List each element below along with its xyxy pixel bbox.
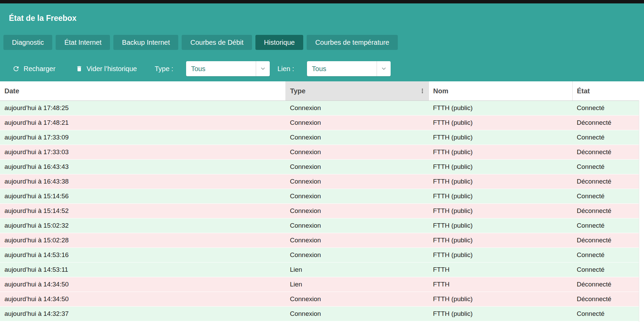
cell-nom: FTTH (public) xyxy=(429,218,572,233)
cell-nom: FTTH (public) xyxy=(429,307,572,321)
cell-etat: Déconnecté xyxy=(572,233,644,248)
cell-type: Connexion xyxy=(285,204,429,218)
table-row[interactable]: aujourd’hui à 15:14:56 Connexion FTTH (p… xyxy=(0,189,644,204)
cell-type: Connexion xyxy=(285,218,429,233)
tab-backup-internet[interactable]: Backup Internet xyxy=(113,35,178,50)
page-header: État de la Freebox Diagnostic État Inter… xyxy=(0,3,644,81)
cell-etat: Déconnecté xyxy=(572,204,644,218)
table-row[interactable]: aujourd’hui à 14:53:11 Lien FTTH Connect… xyxy=(0,263,644,277)
tab-diagnostic[interactable]: Diagnostic xyxy=(3,35,52,50)
type-filter-select[interactable]: Tous xyxy=(186,61,270,76)
cell-etat: Déconnecté xyxy=(572,292,644,307)
cell-date: aujourd’hui à 15:02:32 xyxy=(0,218,285,233)
cell-nom: FTTH (public) xyxy=(429,189,572,204)
reload-button[interactable]: Recharger xyxy=(12,65,55,73)
clear-history-button[interactable]: Vider l’historique xyxy=(76,65,137,73)
cell-type: Connexion xyxy=(285,174,429,189)
tab-etat-internet[interactable]: État Internet xyxy=(56,35,110,50)
cell-date: aujourd’hui à 14:34:50 xyxy=(0,292,285,307)
history-toolbar: Recharger Vider l’historique Type : Tous… xyxy=(12,61,644,76)
cell-date: aujourd’hui à 17:33:03 xyxy=(0,145,285,160)
type-filter-selected-value: Tous xyxy=(186,61,256,76)
cell-etat: Déconnecté xyxy=(572,277,644,292)
cell-nom: FTTH (public) xyxy=(429,174,572,189)
cell-date: aujourd’hui à 14:34:50 xyxy=(0,277,285,292)
cell-date: aujourd’hui à 16:43:38 xyxy=(0,174,285,189)
column-header-date[interactable]: Date xyxy=(0,81,285,101)
cell-etat: Connecté xyxy=(572,263,644,277)
table-row[interactable]: aujourd’hui à 15:14:52 Connexion FTTH (p… xyxy=(0,204,644,218)
window-top-bar xyxy=(0,0,644,3)
cell-date: aujourd’hui à 17:48:25 xyxy=(0,101,285,116)
cell-type: Connexion xyxy=(285,292,429,307)
cell-date: aujourd’hui à 16:43:43 xyxy=(0,160,285,174)
cell-nom: FTTH xyxy=(429,263,572,277)
cell-date: aujourd’hui à 17:33:09 xyxy=(0,130,285,145)
cell-nom: FTTH (public) xyxy=(429,130,572,145)
tab-courbes-debit[interactable]: Courbes de Débit xyxy=(182,35,252,50)
tab-courbes-temperature[interactable]: Courbes de température xyxy=(307,35,398,50)
cell-type: Connexion xyxy=(285,248,429,263)
cell-etat: Connecté xyxy=(572,160,644,174)
chevron-down-icon xyxy=(256,61,270,76)
cell-nom: FTTH (public) xyxy=(429,160,572,174)
table-row[interactable]: aujourd’hui à 15:02:28 Connexion FTTH (p… xyxy=(0,233,644,248)
type-filter-label: Type : xyxy=(155,65,173,73)
table-row[interactable]: aujourd’hui à 17:33:03 Connexion FTTH (p… xyxy=(0,145,644,160)
cell-etat: Connecté xyxy=(572,189,644,204)
tab-bar: Diagnostic État Internet Backup Internet… xyxy=(3,35,644,50)
link-filter-select[interactable]: Tous xyxy=(307,61,391,76)
column-header-type[interactable]: Type xyxy=(285,81,429,101)
cell-type: Connexion xyxy=(285,101,429,116)
cell-nom: FTTH (public) xyxy=(429,101,572,116)
cell-type: Connexion xyxy=(285,189,429,204)
chevron-down-icon xyxy=(377,61,391,76)
cell-etat: Connecté xyxy=(572,101,644,116)
cell-etat: Connecté xyxy=(572,248,644,263)
cell-nom: FTTH (public) xyxy=(429,204,572,218)
cell-date: aujourd’hui à 17:48:21 xyxy=(0,116,285,130)
cell-date: aujourd’hui à 14:32:37 xyxy=(0,307,285,321)
reload-button-label: Recharger xyxy=(24,65,55,73)
cell-type: Connexion xyxy=(285,145,429,160)
cell-nom: FTTH (public) xyxy=(429,292,572,307)
table-row[interactable]: aujourd’hui à 17:48:25 Connexion FTTH (p… xyxy=(0,101,644,116)
cell-nom: FTTH (public) xyxy=(429,248,572,263)
table-row[interactable]: aujourd’hui à 14:32:37 Connexion FTTH (p… xyxy=(0,307,644,321)
cell-etat: Connecté xyxy=(572,130,644,145)
cell-type: Connexion xyxy=(285,307,429,321)
cell-nom: FTTH xyxy=(429,277,572,292)
cell-nom: FTTH (public) xyxy=(429,145,572,160)
cell-type: Connexion xyxy=(285,160,429,174)
cell-nom: FTTH (public) xyxy=(429,116,572,130)
cell-type: Lien xyxy=(285,277,429,292)
table-row[interactable]: aujourd’hui à 15:02:32 Connexion FTTH (p… xyxy=(0,218,644,233)
tab-historique[interactable]: Historique xyxy=(255,35,303,50)
trash-icon xyxy=(76,65,83,72)
table-row[interactable]: aujourd’hui à 16:43:43 Connexion FTTH (p… xyxy=(0,160,644,174)
link-filter-selected-value: Tous xyxy=(307,61,377,76)
page-title: État de la Freebox xyxy=(0,3,644,23)
cell-etat: Connecté xyxy=(572,307,644,321)
column-header-etat[interactable]: État xyxy=(572,81,644,101)
cell-etat: Déconnecté xyxy=(572,116,644,130)
link-filter-label: Lien : xyxy=(277,65,294,73)
cell-date: aujourd’hui à 14:53:16 xyxy=(0,248,285,263)
refresh-icon xyxy=(12,65,20,72)
cell-date: aujourd’hui à 15:14:56 xyxy=(0,189,285,204)
cell-date: aujourd’hui à 14:53:11 xyxy=(0,263,285,277)
table-row[interactable]: aujourd’hui à 14:34:50 Lien FTTH Déconne… xyxy=(0,277,644,292)
table-row[interactable]: aujourd’hui à 17:48:21 Connexion FTTH (p… xyxy=(0,116,644,130)
history-table: Date Type Nom État aujourd’hui à 17:48:2… xyxy=(0,81,644,321)
table-row[interactable]: aujourd’hui à 14:53:16 Connexion FTTH (p… xyxy=(0,248,644,263)
cell-etat: Déconnecté xyxy=(572,174,644,189)
table-row[interactable]: aujourd’hui à 17:33:09 Connexion FTTH (p… xyxy=(0,130,644,145)
table-row[interactable]: aujourd’hui à 16:43:38 Connexion FTTH (p… xyxy=(0,174,644,189)
cell-type: Lien xyxy=(285,263,429,277)
column-header-nom[interactable]: Nom xyxy=(429,81,572,101)
cell-etat: Déconnecté xyxy=(572,145,644,160)
kebab-vertical-icon[interactable] xyxy=(419,87,426,95)
cell-date: aujourd’hui à 15:14:52 xyxy=(0,204,285,218)
vertical-scrollbar[interactable] xyxy=(639,100,644,322)
table-row[interactable]: aujourd’hui à 14:34:50 Connexion FTTH (p… xyxy=(0,292,644,307)
